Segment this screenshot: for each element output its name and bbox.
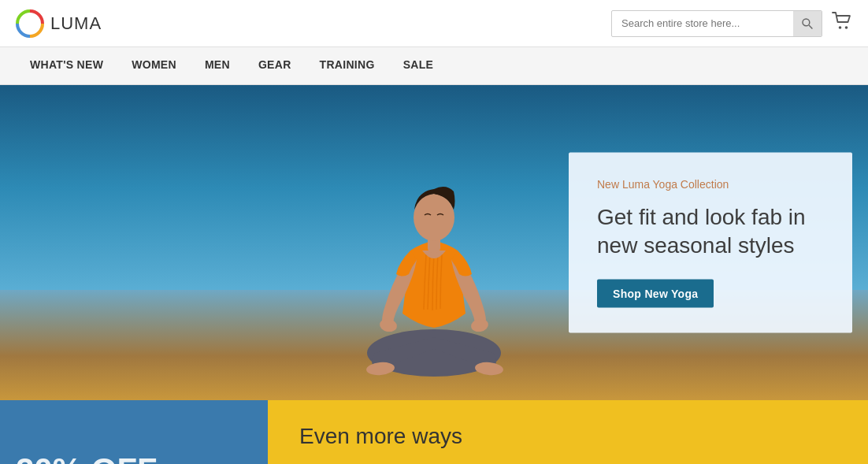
nav-item-training[interactable]: Training xyxy=(306,47,389,85)
search-bar[interactable] xyxy=(611,10,822,37)
logo-text: LUMA xyxy=(50,13,102,34)
hero-info-card: New Luma Yoga Collection Get fit and loo… xyxy=(569,153,852,333)
hero-person xyxy=(316,93,552,400)
banner-discount[interactable]: 20% OFF xyxy=(0,400,268,464)
nav-list: What's New Women Men Gear Training Sale xyxy=(16,47,447,85)
hero-subtitle: New Luma Yoga Collection xyxy=(597,178,824,191)
logo-area[interactable]: LUMA xyxy=(16,9,102,38)
search-icon xyxy=(801,17,814,30)
promo-text: Even more ways xyxy=(268,400,868,464)
nav-item-men[interactable]: Men xyxy=(191,47,244,85)
svg-point-9 xyxy=(414,194,454,241)
hero-title: Get fit and look fab in new seasonal sty… xyxy=(597,203,824,261)
nav-item-women[interactable]: Women xyxy=(117,47,191,85)
svg-point-4 xyxy=(845,26,848,29)
shop-new-yoga-button[interactable]: Shop New Yoga xyxy=(597,279,714,307)
cart-button[interactable] xyxy=(832,12,852,35)
nav-item-whats-new[interactable]: What's New xyxy=(16,47,117,85)
banner-promo[interactable]: Even more ways xyxy=(268,400,868,464)
luma-logo-icon xyxy=(16,9,44,38)
svg-point-3 xyxy=(839,26,842,29)
header-right xyxy=(611,10,852,37)
svg-line-2 xyxy=(809,25,812,28)
search-input[interactable] xyxy=(612,17,793,29)
discount-text: 20% OFF xyxy=(16,451,158,464)
search-button[interactable] xyxy=(793,11,822,36)
bottom-banners: 20% OFF Even more ways xyxy=(0,400,868,464)
svg-point-11 xyxy=(470,317,489,333)
nav-item-gear[interactable]: Gear xyxy=(244,47,306,85)
site-header: LUMA xyxy=(0,0,868,47)
main-nav: What's New Women Men Gear Training Sale xyxy=(0,47,868,85)
nav-item-sale[interactable]: Sale xyxy=(389,47,448,85)
cart-icon xyxy=(832,12,852,31)
yoga-person-illustration xyxy=(332,109,536,400)
hero-banner: New Luma Yoga Collection Get fit and loo… xyxy=(0,85,868,400)
svg-point-10 xyxy=(379,317,398,333)
svg-point-1 xyxy=(803,19,810,26)
